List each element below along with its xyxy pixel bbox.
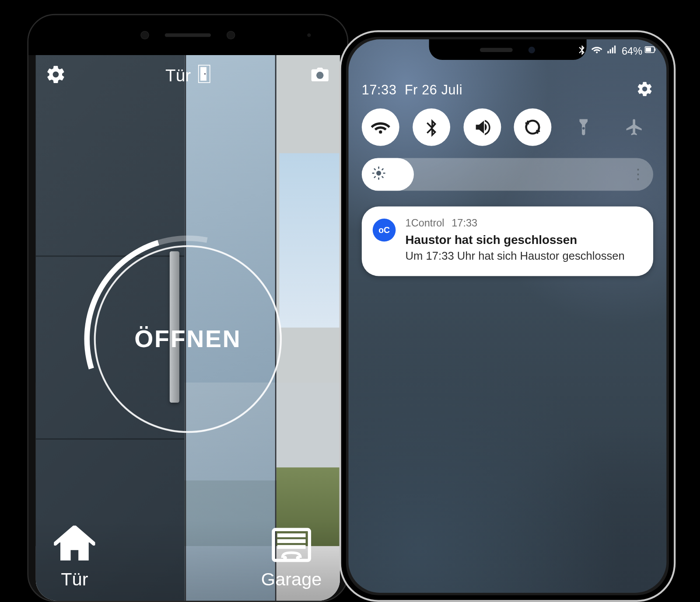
wifi-status-icon	[592, 44, 602, 58]
notification-app-name: 1Control	[406, 217, 444, 230]
shade-settings-button[interactable]	[636, 80, 653, 100]
settings-gear-icon[interactable]	[46, 64, 66, 87]
qs-flashlight[interactable]	[565, 108, 602, 146]
svg-rect-12	[646, 48, 651, 52]
shade-header: 17:33 Fr 26 Juli	[362, 80, 653, 100]
front-camera-icon	[140, 31, 149, 39]
brightness-icon	[371, 166, 386, 183]
notification-body: Um 17:33 Uhr hat sich Haustor geschlosse…	[406, 250, 648, 263]
notification-card[interactable]: oC 1Control 17:33 Haustor hat sich gesch…	[362, 206, 653, 276]
brightness-more-icon[interactable]: ⋮	[631, 166, 644, 183]
bluetooth-status-icon	[576, 44, 587, 58]
status-bar-right: 64%	[576, 44, 655, 58]
svg-line-22	[374, 177, 375, 177]
svg-rect-8	[277, 545, 306, 549]
app-topbar: Tür	[36, 59, 340, 93]
qs-airplane[interactable]	[616, 108, 653, 146]
camera-icon[interactable]	[310, 64, 330, 87]
brightness-slider[interactable]: ⋮	[362, 158, 653, 191]
tab-garage[interactable]: Garage	[261, 525, 322, 590]
svg-rect-6	[277, 533, 306, 537]
front-camera-icon	[528, 46, 535, 53]
sensor-icon	[227, 31, 235, 39]
svg-line-20	[374, 169, 375, 170]
notification-title: Haustor hat sich geschlossen	[406, 233, 648, 247]
led-icon	[307, 33, 311, 37]
shade-time: 17:33	[362, 82, 397, 97]
svg-point-10	[296, 556, 300, 560]
topbar-title: Tür	[165, 66, 191, 85]
svg-line-23	[382, 169, 383, 170]
brightness-track-fill	[362, 158, 414, 191]
svg-line-21	[382, 177, 383, 177]
qs-autorotate[interactable]	[514, 108, 552, 146]
signal-status-icon	[606, 44, 617, 58]
svg-point-9	[283, 556, 287, 560]
garage-icon	[271, 525, 312, 565]
battery-icon	[645, 44, 656, 58]
quick-settings-row	[362, 108, 653, 146]
phone-2-frame: 64% 17:33 Fr 26 Juli	[340, 30, 676, 602]
phone-1-bezel	[28, 15, 347, 55]
tab-garage-label: Garage	[261, 569, 322, 590]
tab-door-label: Tür	[61, 569, 88, 590]
shade-date: Fr 26 Juli	[405, 82, 462, 97]
notification-app-icon: oC	[373, 219, 396, 242]
qs-bluetooth[interactable]	[413, 108, 450, 146]
house-icon	[54, 525, 95, 565]
svg-point-4	[316, 72, 323, 79]
bottom-tab-bar: Tür Garage	[36, 519, 340, 601]
svg-rect-7	[277, 539, 306, 543]
svg-point-15	[376, 171, 381, 176]
notification-time: 17:33	[452, 217, 477, 230]
door-icon	[198, 65, 210, 87]
svg-rect-13	[655, 49, 656, 51]
battery-text: 64%	[622, 45, 642, 57]
phone-1-frame: Tür ÖFFNEN	[27, 14, 348, 602]
earpiece-speaker-icon	[165, 33, 211, 37]
tab-door[interactable]: Tür	[54, 525, 95, 590]
phone-1-screen: Tür ÖFFNEN	[36, 55, 340, 601]
phone-2-notch	[429, 39, 586, 60]
open-button[interactable]: ÖFFNEN	[94, 245, 282, 432]
earpiece-speaker-icon	[480, 48, 513, 52]
qs-wifi[interactable]	[362, 108, 399, 146]
qs-sound[interactable]	[463, 108, 501, 146]
svg-point-2	[204, 73, 206, 74]
phone-2-screen: 64% 17:33 Fr 26 Juli	[348, 39, 666, 593]
